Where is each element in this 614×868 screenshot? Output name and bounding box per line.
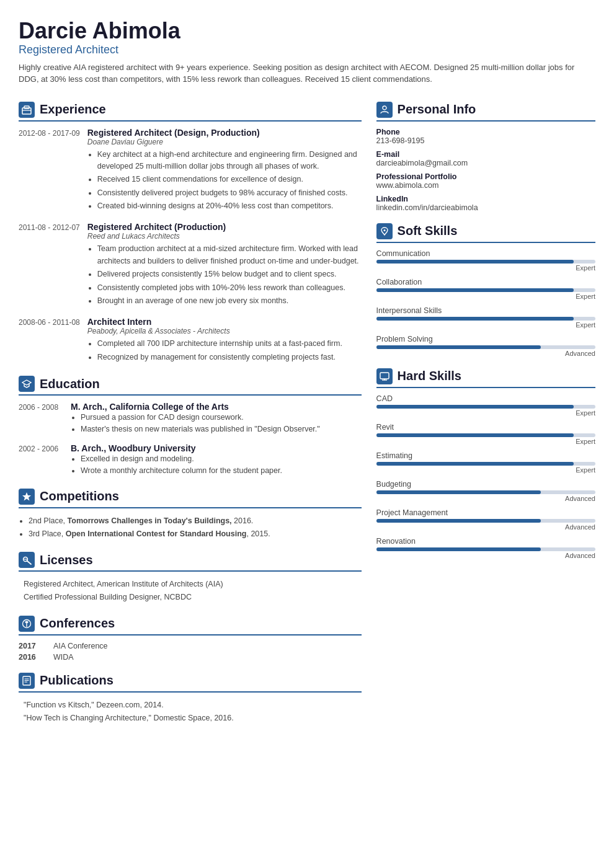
conf-item-2: 2016 WIDA — [19, 653, 362, 662]
conferences-section: Conferences 2017 AIA Conference 2016 WID… — [19, 616, 362, 662]
personal-info-header: Personal Info — [376, 102, 595, 122]
svg-line-6 — [27, 561, 32, 565]
hard-skill-level-estimating: Expert — [376, 466, 595, 474]
edu-dates-1: 2006 - 2008 — [19, 402, 63, 436]
bullet: Completed all 700 IDP architecture inter… — [97, 338, 362, 350]
experience-title: Experience — [40, 102, 106, 117]
personal-items: Phone 213-698-9195 E-mail darcieabimola@… — [376, 128, 595, 212]
svg-marker-4 — [22, 492, 31, 501]
exp-dates-3: 2008-06 - 2011-08 — [19, 317, 80, 365]
competitions-title: Competitions — [40, 489, 119, 503]
exp-bullets-2: Team production architect at a mid-sized… — [87, 243, 362, 307]
soft-skill-name-communication: Communication — [376, 249, 595, 258]
personal-phone: Phone 213-698-9195 — [376, 128, 595, 145]
exp-bullets-1: Key architect at a high-end architecture… — [87, 149, 362, 213]
exp-content-1: Registered Architect (Design, Production… — [87, 128, 362, 214]
phone-value: 213-698-9195 — [376, 136, 595, 145]
svg-marker-3 — [22, 380, 31, 385]
publications-section: Publications "Function vs Kitsch," Dezee… — [19, 673, 362, 725]
pub-item-2: "How Tech is Changing Architecture," Dom… — [24, 712, 362, 725]
bullet: Recognized by management for consistentl… — [97, 352, 362, 363]
conferences-header: Conferences — [19, 616, 362, 636]
phone-label: Phone — [376, 128, 595, 136]
hard-skills-icon — [376, 368, 393, 384]
soft-skill-interpersonal: Interpersonal Skills Expert — [376, 306, 595, 329]
hard-skills-title: Hard Skills — [398, 369, 461, 383]
exp-company-2: Reed and Lukacs Architects — [87, 232, 362, 241]
hard-skill-bar-bg-renovation — [376, 547, 595, 551]
hard-skill-renovation: Renovation Advanced — [376, 537, 595, 559]
experience-list: 2012-08 - 2017-09 Registered Architect (… — [19, 128, 362, 365]
exp-bullets-3: Completed all 700 IDP architecture inter… — [87, 338, 362, 363]
exp-item-3: 2008-06 - 2011-08 Architect Intern Peabo… — [19, 317, 362, 365]
exp-dates-2: 2011-08 - 2012-07 — [19, 222, 80, 308]
licenses-title: Licenses — [40, 553, 93, 567]
soft-skill-level-collaboration: Expert — [376, 293, 595, 300]
conf-year-2: 2016 — [19, 653, 43, 662]
soft-skills-list: Communication Expert Collaboration Exper… — [376, 249, 595, 357]
conf-year-1: 2017 — [19, 642, 43, 650]
linkedin-label: LinkedIn — [376, 195, 595, 203]
pub-item-1: "Function vs Kitsch," Dezeen.com, 2014. — [24, 699, 362, 712]
personal-info-title: Personal Info — [398, 102, 476, 117]
hard-skill-projectmgmt: Project Management Advanced — [376, 508, 595, 531]
soft-skill-collaboration: Collaboration Expert — [376, 278, 595, 300]
soft-skill-bar-fill-interpersonal — [376, 317, 574, 321]
candidate-name: Darcie Abimola — [19, 19, 595, 43]
hard-skill-bar-bg-cad — [376, 405, 595, 409]
soft-skill-bar-bg-collaboration — [376, 288, 595, 292]
edu-content-2: B. Arch., Woodbury University Excelled i… — [71, 443, 282, 477]
hard-skills-section: Hard Skills CAD Expert Revit — [376, 368, 595, 559]
edu-degree-2: B. Arch., Woodbury University — [71, 443, 282, 453]
soft-skill-level-interpersonal: Expert — [376, 321, 595, 329]
exp-dates-1: 2012-08 - 2017-09 — [19, 128, 80, 214]
bullet: Consistently completed jobs with 10%-20%… — [97, 282, 362, 294]
personal-info-icon — [376, 102, 393, 118]
hard-skill-name-cad: CAD — [376, 394, 595, 403]
hard-skill-bar-bg-budgeting — [376, 490, 595, 494]
personal-email: E-mail darcieabimola@gmail.com — [376, 150, 595, 167]
bullet: Consistently delivered project budgets t… — [97, 187, 362, 199]
conf-name-2: WIDA — [53, 653, 74, 662]
hard-skill-name-projectmgmt: Project Management — [376, 508, 595, 517]
bullet: Excelled in design and modeling. — [81, 453, 282, 465]
exp-title-1: Registered Architect (Design, Production… — [87, 128, 362, 138]
personal-linkedin: LinkedIn linkedin.com/in/darcieabimola — [376, 195, 595, 212]
hard-skill-bar-fill-renovation — [376, 547, 541, 551]
portfolio-label: Professional Portfolio — [376, 172, 595, 181]
education-list: 2006 - 2008 M. Arch., California College… — [19, 402, 362, 477]
bullet: Delivered projects consistently 15% belo… — [97, 268, 362, 280]
edu-dates-2: 2002 - 2006 — [19, 443, 63, 477]
license-item-2: Certified Professional Building Designer… — [24, 591, 362, 604]
svg-rect-16 — [380, 373, 389, 379]
hard-skill-level-renovation: Advanced — [376, 552, 595, 559]
bullet: Created bid-winning designs at 20%-40% l… — [97, 200, 362, 212]
svg-point-14 — [383, 106, 386, 110]
hard-skill-bar-bg-projectmgmt — [376, 519, 595, 523]
education-section: Education 2006 - 2008 M. Arch., Californ… — [19, 376, 362, 477]
soft-skill-bar-bg-communication — [376, 260, 595, 264]
svg-point-15 — [383, 229, 385, 231]
publications-header: Publications — [19, 673, 362, 693]
exp-item-1: 2012-08 - 2017-09 Registered Architect (… — [19, 128, 362, 214]
bullet: Key architect at a high-end architecture… — [97, 149, 362, 173]
linkedin-value: linkedin.com/in/darcieabimola — [376, 203, 595, 212]
soft-skill-problemsolving: Problem Solving Advanced — [376, 335, 595, 357]
exp-content-3: Architect Intern Peabody, Apicella & Ass… — [87, 317, 362, 365]
bullet: Master's thesis on new materials was pub… — [81, 423, 320, 435]
competition-item-2: 3rd Place, Open International Contest fo… — [29, 528, 362, 541]
hard-skills-header: Hard Skills — [376, 368, 595, 388]
left-column: Experience 2012-08 - 2017-09 Registered … — [19, 102, 362, 737]
conferences-icon — [19, 616, 35, 632]
edu-degree-1: M. Arch., California College of the Arts — [71, 402, 320, 412]
competitions-section: Competitions 2nd Place, Tomorrows Challe… — [19, 489, 362, 541]
hard-skill-level-budgeting: Advanced — [376, 495, 595, 502]
soft-skill-bar-bg-interpersonal — [376, 317, 595, 321]
hard-skill-level-cad: Expert — [376, 409, 595, 417]
competitions-header: Competitions — [19, 489, 362, 508]
edu-item-1: 2006 - 2008 M. Arch., California College… — [19, 402, 362, 436]
soft-skill-name-problemsolving: Problem Solving — [376, 335, 595, 343]
edu-bullets-1: Pursued a passion for CAD design coursew… — [71, 412, 320, 436]
education-header: Education — [19, 376, 362, 396]
soft-skills-icon — [376, 223, 393, 239]
